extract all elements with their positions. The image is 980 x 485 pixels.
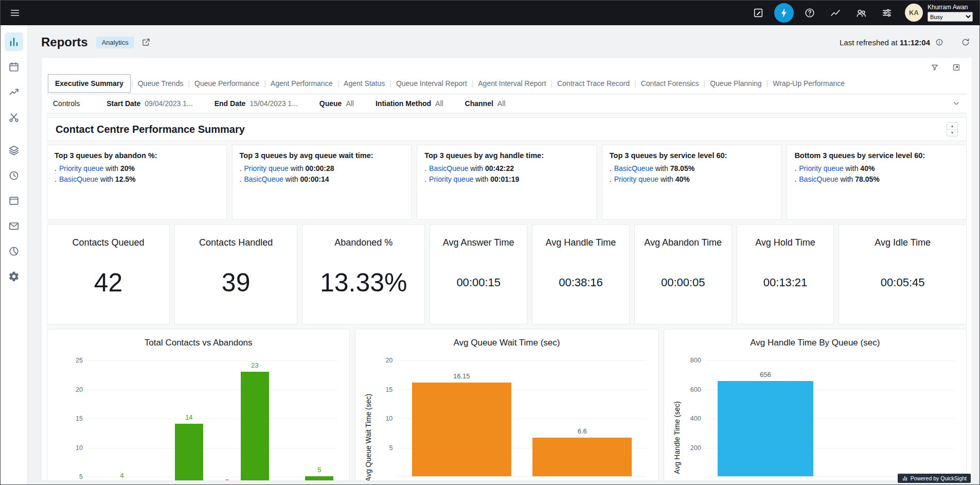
bullet-dot: . — [424, 164, 426, 172]
analytics-button[interactable] — [826, 3, 845, 23]
bar-chart-icon — [8, 36, 20, 47]
tab-queue-trends[interactable]: Queue Trends — [134, 74, 188, 93]
tab-agent-performance[interactable]: Agent Performance — [266, 74, 337, 93]
control-filter-label: End Date — [215, 99, 246, 108]
y-axis-label: Avg Queue Wait Time (sec) — [362, 360, 375, 481]
control-filter-value: All — [435, 99, 443, 108]
bar-wait[interactable] — [412, 383, 511, 476]
queue-link[interactable]: BasicQueue — [244, 175, 283, 183]
analytics-icon — [830, 7, 841, 19]
queue-link[interactable]: Priority queue — [614, 175, 658, 183]
spinner-up-button[interactable]: ▲ — [947, 123, 957, 129]
bar-contacts[interactable] — [175, 424, 203, 481]
sidebar-item-email[interactable] — [5, 217, 23, 235]
queue-link[interactable]: BasicQueue — [59, 175, 98, 183]
tab-contact-forensics[interactable]: Contact Forensics — [637, 74, 703, 93]
sidebar-item-bar-chart[interactable] — [5, 32, 23, 51]
control-filter-label: Start Date — [106, 99, 140, 108]
tab-queue-planning[interactable]: Queue Planning — [706, 74, 765, 93]
tab-queue-performance[interactable]: Queue Performance — [190, 74, 263, 93]
kpi-abandoned: Abandoned %13.33% — [302, 224, 425, 324]
refresh-button[interactable] — [959, 36, 972, 49]
sidebar-item-trend[interactable] — [5, 83, 23, 101]
sidebar — [0, 25, 28, 485]
chart-title: Avg Queue Wait Time (sec) — [355, 330, 657, 348]
control-filter-start-date[interactable]: Start Date09/04/2023 1... — [106, 99, 193, 108]
sliders-button[interactable] — [877, 3, 897, 23]
kpi-value: 00:00:15 — [456, 248, 501, 317]
kpi-label: Avg Handle Time — [546, 237, 616, 248]
gridline — [87, 448, 338, 448]
avatar[interactable]: KA — [905, 4, 923, 22]
chart-body: Avg Queue Wait Time (sec) 2015105 16.156… — [355, 360, 657, 481]
info-icon[interactable] — [935, 38, 943, 46]
spinner-down-button[interactable]: ▼ — [947, 129, 957, 136]
kpi-value: 00:00:05 — [661, 248, 705, 317]
y-tick-label: 600 — [690, 386, 701, 393]
status-select[interactable]: Busy — [928, 12, 973, 22]
filter-button[interactable] — [929, 61, 941, 74]
insight-line: .BasicQueue with 78.05% — [610, 164, 774, 172]
queue-link[interactable]: Priority queue — [799, 164, 843, 172]
users-button[interactable] — [851, 3, 871, 23]
chevron-down-icon[interactable] — [952, 99, 960, 108]
y-tick-label: 20 — [385, 357, 393, 364]
control-filter-end-date[interactable]: End Date15/04/2023 1... — [215, 99, 298, 108]
kpi-avg-abandon-time: Avg Abandon Time00:00:05 — [634, 224, 732, 324]
powered-by-quicksight[interactable]: Powered by QuickSight — [898, 474, 971, 483]
trend-icon — [8, 86, 20, 98]
expand-button[interactable] — [950, 61, 963, 74]
feedback-button[interactable] — [749, 3, 768, 23]
menu-button[interactable] — [5, 3, 25, 23]
app-window: KA Khurram Awan Busy Reports Analytics L… — [0, 0, 980, 485]
bar-value-label: 16.15 — [453, 372, 470, 380]
kpi-value: 00:13:21 — [763, 248, 808, 317]
sliders-icon — [881, 7, 893, 19]
tab-wrap-up-performance[interactable]: Wrap-Up Performance — [769, 74, 849, 93]
topbar: KA Khurram Awan Busy — [0, 0, 980, 25]
control-filter-queue[interactable]: QueueAll — [319, 99, 354, 108]
avg-queue-wait-time-chart: Avg Queue Wait Time (sec) Avg Queue Wait… — [355, 329, 658, 481]
sidebar-item-calendar[interactable] — [5, 58, 23, 76]
bullet-dot: . — [424, 175, 426, 183]
queue-link[interactable]: Priority queue — [429, 175, 473, 183]
insight-card: Bottom 3 queues by service level 60:.Pri… — [787, 145, 967, 220]
panel-toolbar — [47, 58, 967, 73]
sidebar-item-pie-chart[interactable] — [5, 242, 23, 261]
queue-link[interactable]: Priority queue — [59, 164, 103, 172]
bar-handle[interactable] — [718, 381, 813, 476]
tab-executive-summary[interactable]: Executive Summary — [48, 74, 131, 93]
tab-queue-interval-report[interactable]: Queue Interval Report — [392, 74, 471, 93]
y-tick-label: 200 — [690, 444, 701, 452]
tab-contract-trace-record[interactable]: Contract Trace Record — [553, 74, 634, 93]
control-filter-channel[interactable]: ChannelAll — [465, 99, 506, 108]
queue-link[interactable]: BasicQueue — [614, 164, 653, 172]
sidebar-item-gear[interactable] — [5, 267, 23, 286]
queue-link[interactable]: BasicQueue — [799, 175, 838, 183]
help-button[interactable] — [800, 3, 819, 23]
y-tick-label: 5 — [389, 444, 393, 452]
bar-contacts[interactable] — [241, 372, 269, 481]
open-external-button[interactable] — [139, 36, 153, 49]
queue-link[interactable]: BasicQueue — [429, 164, 468, 172]
y-tick-label: 20 — [76, 386, 83, 393]
analytics-badge: Analytics — [96, 37, 134, 48]
tab-agent-status[interactable]: Agent Status — [340, 74, 389, 93]
bullet-dot: . — [55, 164, 57, 172]
flash-button[interactable] — [774, 3, 794, 23]
sidebar-item-window[interactable] — [5, 192, 23, 210]
gridline — [397, 360, 646, 361]
bar-contacts[interactable] — [305, 476, 333, 481]
bar-wait[interactable] — [532, 438, 632, 476]
chart-title: Avg Handle Time By Queue (sec) — [664, 330, 966, 348]
control-filter-intiation-method[interactable]: Intiation MethodAll — [376, 99, 443, 108]
last-refreshed-time: 11:12:04 — [900, 38, 930, 47]
sidebar-item-scissors[interactable] — [5, 108, 23, 127]
sidebar-item-layers[interactable] — [5, 141, 23, 160]
insight-connector: with — [658, 175, 675, 183]
chart-body: 252015105 4143235 — [47, 360, 349, 481]
insight-value: 12.5% — [115, 175, 136, 183]
sidebar-item-history[interactable] — [5, 166, 23, 185]
tab-agent-interval-report[interactable]: Agent Interval Report — [474, 74, 550, 93]
queue-link[interactable]: Priority queue — [244, 164, 288, 172]
